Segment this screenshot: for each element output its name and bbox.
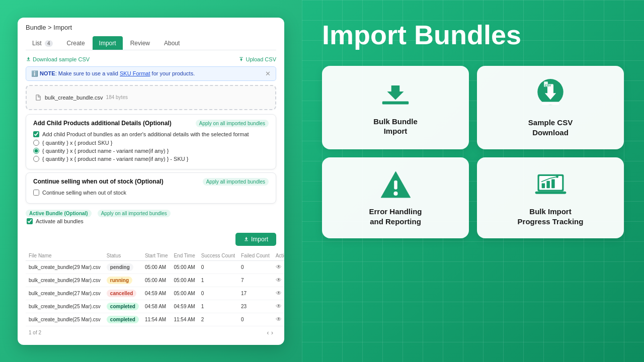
table-row: bulk_create_bundle(27 Mar).csv cancelled… (26, 287, 284, 300)
tab-about[interactable]: About (157, 36, 186, 50)
download-csv-link[interactable]: Download sample CSV (26, 56, 90, 62)
file-size: 184 bytes (106, 95, 128, 100)
table-row: bulk_create_bundle(25 Mar).csv completed… (26, 313, 284, 326)
col-end: End Time (171, 251, 198, 261)
file-name: bulk_create_bundle.csv (45, 95, 103, 101)
section1-header: Add Child Products additional Details (O… (33, 120, 269, 127)
radio1[interactable] (33, 140, 39, 146)
section1-checkbox-row: Add child Product of bundles as an order… (33, 131, 269, 137)
file-item: bulk_create_bundle.csv 184 bytes (35, 94, 267, 101)
refresh-icon[interactable]: ↻ (284, 263, 284, 270)
radio1-label: { quantity } x { product SKU } (42, 140, 112, 146)
section2-header: Continue selling when out of stock (Opti… (33, 178, 269, 186)
download-icon (26, 56, 31, 62)
table-nav: ‹ › (267, 329, 273, 336)
cell-status: cancelled (104, 287, 142, 300)
import-button[interactable]: Import (235, 233, 276, 246)
section1-apply[interactable]: Apply on all imported bundles (196, 120, 269, 127)
radio2[interactable] (33, 148, 39, 154)
svg-rect-15 (551, 179, 555, 189)
cell-success: 1 (198, 300, 238, 313)
tab-create[interactable]: Create (60, 36, 92, 50)
col-action: Action (273, 251, 284, 261)
view-icon[interactable]: 👁 (276, 303, 282, 310)
section2-checkbox-row: Continue selling when out of stock (33, 190, 269, 196)
table-row: bulk_create_bundle(29 Mar).csv pending 0… (26, 260, 284, 274)
csv-download-icon: CSV (535, 78, 566, 111)
cell-action: 👁 (273, 313, 284, 326)
section2-checkbox-label: Continue selling when out of stock (42, 190, 126, 196)
section1-title: Add Child Products additional Details (O… (33, 120, 172, 127)
file-csv-icon (35, 94, 42, 101)
radio1-row: { quantity } x { product SKU } (33, 140, 269, 146)
app-window: Bundle > Import List 4 Create Import Rev… (18, 18, 284, 345)
feature-grid: Bulk BundleImport CSV Sample CSVDownload (322, 66, 624, 238)
cell-end: 05:00 AM (171, 274, 198, 287)
feature-card-bulk-import[interactable]: Bulk BundleImport (322, 66, 469, 149)
hero-title: Import Bundles (322, 20, 624, 50)
feature-card-error-handling[interactable]: Error Handlingand Reporting (322, 157, 469, 238)
tab-list[interactable]: List 4 (26, 36, 59, 50)
tab-review[interactable]: Review (124, 36, 156, 50)
right-panel: Import Bundles Bulk BundleImport (302, 0, 644, 362)
view-icon[interactable]: 👁 (276, 263, 282, 270)
section3-row: Active Bundle (Optional) Apply on all im… (26, 207, 276, 218)
cell-filename: bulk_create_bundle(27 Mar).csv (26, 287, 104, 300)
view-icon[interactable]: 👁 (276, 316, 282, 323)
view-icon[interactable]: 👁 (276, 290, 282, 297)
table-row: bulk_create_bundle(25 Mar).csv completed… (26, 300, 284, 313)
radio2-row: { quantity } x { product name - variant … (33, 148, 269, 154)
section2-apply[interactable]: Apply all imported bundles (203, 178, 269, 186)
cell-status: completed (104, 300, 142, 313)
left-panel: Bundle > Import List 4 Create Import Rev… (0, 0, 302, 362)
section1-checkbox[interactable] (33, 131, 39, 137)
section3-apply[interactable]: Apply on all imported bundles (98, 210, 171, 217)
status-badge: running (107, 277, 132, 284)
status-badge: completed (107, 303, 139, 310)
feature-card-progress-tracking[interactable]: Bulk ImportProgress Tracking (477, 157, 624, 238)
table-footer: 1 of 2 ‹ › (26, 326, 276, 339)
col-start: Start Time (142, 251, 171, 261)
tab-import[interactable]: Import (93, 36, 123, 50)
toolbar-row: Download sample CSV Upload CSV (26, 56, 276, 62)
svg-rect-14 (546, 181, 550, 189)
notice-close-button[interactable]: ✕ (265, 70, 271, 77)
svg-rect-17 (535, 192, 566, 194)
refresh-icon[interactable]: ↻ (284, 277, 284, 284)
import-table: File Name Status Start Time End Time Suc… (26, 251, 284, 326)
section3-checkbox[interactable] (27, 218, 33, 224)
cell-start: 05:00 AM (142, 274, 171, 287)
progress-tracking-icon (534, 169, 567, 200)
section-continue-selling: Continue selling when out of stock (Opti… (26, 172, 276, 204)
next-page-button[interactable]: › (271, 329, 273, 336)
breadcrumb: Bundle > Import (26, 24, 276, 31)
section3-checkbox-label: Activate all bundles (36, 218, 84, 224)
upload-csv-link[interactable]: Upload CSV (238, 56, 276, 62)
radio2-label: { quantity } x { product name - variant … (42, 148, 169, 154)
section1-checkbox-label: Add child Product of bundles as an order… (42, 131, 249, 137)
col-filename: File Name (26, 251, 104, 261)
section3-checkbox-row: Activate all bundles (26, 218, 276, 227)
import-btn-icon (244, 236, 249, 242)
radio3[interactable] (33, 156, 39, 162)
col-failed: Failed Count (238, 251, 273, 261)
cell-failed: 23 (238, 300, 273, 313)
upload-zone[interactable]: bulk_create_bundle.csv 184 bytes (26, 85, 276, 110)
tabs: List 4 Create Import Review About (26, 36, 276, 50)
upload-icon (238, 56, 244, 62)
cell-start: 04:59 AM (142, 287, 171, 300)
svg-rect-9 (394, 180, 397, 190)
status-badge: pending (107, 263, 133, 271)
svg-point-10 (393, 192, 397, 196)
window-header: Bundle > Import List 4 Create Import Rev… (18, 18, 284, 50)
feature-card-csv-download[interactable]: CSV Sample CSVDownload (477, 66, 624, 149)
prev-page-button[interactable]: ‹ (267, 329, 269, 336)
view-icon[interactable]: 👁 (276, 277, 282, 284)
section2-checkbox[interactable] (33, 190, 39, 196)
window-body: Download sample CSV Upload CSV ℹ️ NOTE: … (18, 50, 284, 345)
sku-format-link[interactable]: SKU Format (120, 70, 150, 76)
bulk-import-label: Bulk BundleImport (373, 117, 418, 136)
col-status: Status (104, 251, 142, 261)
progress-tracking-label: Bulk ImportProgress Tracking (518, 207, 584, 226)
cell-status: completed (104, 313, 142, 326)
